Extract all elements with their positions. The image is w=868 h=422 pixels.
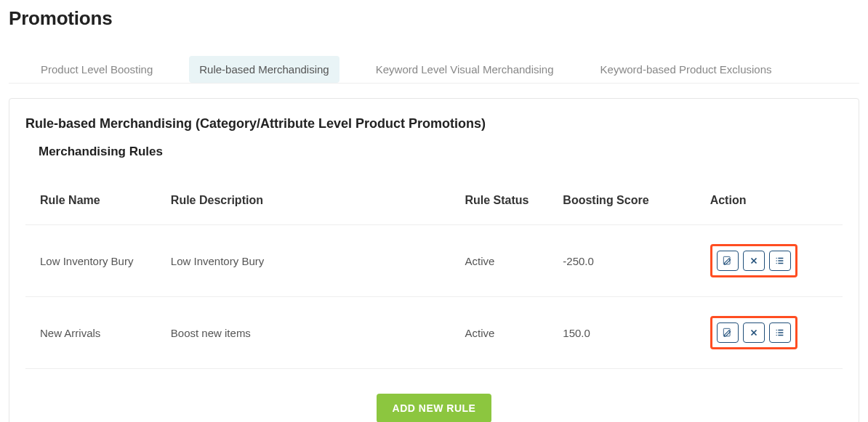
cell-rule-status: Active [450,297,548,369]
table-row: New Arrivals Boost new items Active 150.… [25,297,843,369]
cell-action [696,225,843,297]
column-header-boosting-score: Boosting Score [548,188,695,225]
tab-keyword-visual-merchandising[interactable]: Keyword Level Visual Merchandising [366,56,564,83]
cell-rule-name: Low Inventory Bury [25,225,156,297]
panel-subtitle: Merchandising Rules [39,145,843,159]
cell-rule-status: Active [450,225,548,297]
column-header-rule-description: Rule Description [156,188,451,225]
column-header-rule-status: Rule Status [450,188,548,225]
svg-point-6 [776,332,776,333]
close-icon [749,328,759,338]
svg-point-7 [776,335,776,336]
svg-point-2 [776,260,776,261]
tabs-bar: Product Level Boosting Rule-based Mercha… [9,56,859,84]
list-icon [775,328,785,338]
panel-rule-based-merchandising: Rule-based Merchandising (Category/Attri… [9,98,859,422]
close-icon [749,256,759,266]
tab-keyword-product-exclusions[interactable]: Keyword-based Product Exclusions [590,56,782,83]
table-row: Low Inventory Bury Low Inventory Bury Ac… [25,225,843,297]
action-group [710,244,797,277]
delete-button[interactable] [743,251,765,271]
panel-title: Rule-based Merchandising (Category/Attri… [25,116,843,131]
edit-button[interactable] [717,322,739,343]
edit-button[interactable] [717,251,739,271]
svg-point-3 [776,263,776,264]
cell-rule-name: New Arrivals [25,297,156,369]
add-rule-container: ADD NEW RULE [25,394,843,422]
rules-table: Rule Name Rule Description Rule Status B… [25,188,843,369]
list-button[interactable] [769,322,791,343]
cell-action [696,297,843,369]
svg-point-1 [776,258,776,259]
cell-rule-description: Low Inventory Bury [156,225,451,297]
action-group [710,316,797,349]
tab-product-level-boosting[interactable]: Product Level Boosting [31,56,163,83]
edit-icon [723,256,733,266]
list-button[interactable] [769,251,791,271]
delete-button[interactable] [743,322,765,343]
column-header-rule-name: Rule Name [25,188,156,225]
cell-rule-description: Boost new items [156,297,451,369]
cell-boosting-score: 150.0 [548,297,695,369]
tab-rule-based-merchandising[interactable]: Rule-based Merchandising [189,56,339,83]
list-icon [775,256,785,266]
svg-point-5 [776,330,776,330]
page-title: Promotions [9,7,859,30]
cell-boosting-score: -250.0 [548,225,695,297]
column-header-action: Action [696,188,843,225]
add-new-rule-button[interactable]: ADD NEW RULE [377,394,492,422]
edit-icon [723,328,733,338]
